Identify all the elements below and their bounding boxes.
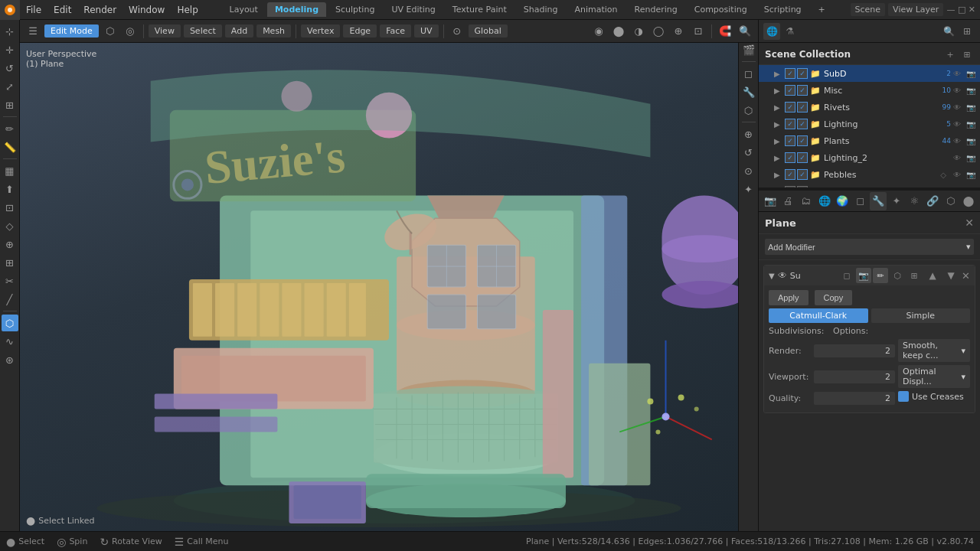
viewport-mode-icon[interactable]: ☰	[24, 23, 41, 40]
tab-sculpting[interactable]: Sculpting	[328, 2, 382, 17]
collection-item-rivets[interactable]: ▶ 📁 Rivets 99 👁 📷	[759, 99, 980, 116]
lighting2-hide-icon[interactable]: 👁	[951, 152, 963, 164]
menu-edit[interactable]: Edit	[47, 0, 77, 20]
tool-control-1[interactable]: ⊕	[740, 126, 757, 142]
subd-hide-icon[interactable]: 👁	[951, 67, 963, 80]
rph-scene-icon[interactable]: 🌐	[763, 23, 780, 40]
props-modifier-icon[interactable]: 🔧	[740, 83, 757, 100]
misc-cb2[interactable]	[797, 85, 808, 96]
tool-control-4[interactable]: ✦	[740, 181, 757, 197]
collection-item-misc[interactable]: ▶ 📁 Misc 10 👁 📷	[759, 82, 980, 99]
add-menu[interactable]: Add	[225, 24, 253, 37]
lighting-render-icon[interactable]: 📷	[965, 118, 977, 130]
edit-mode-dropdown[interactable]: Edit Mode	[44, 24, 99, 37]
view-layer-selector[interactable]: View Layer	[888, 3, 943, 16]
props-render-icon[interactable]: 🎬	[740, 41, 757, 58]
snap-icon[interactable]: 🧲	[717, 23, 733, 40]
rph-search-icon[interactable]: 🔍	[940, 23, 957, 40]
tool-inset[interactable]: ⊡	[2, 199, 18, 216]
collection-item-lighting2[interactable]: ▶ 📁 Lighting_2 👁 📷	[759, 149, 980, 166]
tab-animation[interactable]: Animation	[567, 2, 625, 17]
subd-checkbox2[interactable]	[797, 68, 808, 79]
plants-render-icon[interactable]: 📷	[965, 135, 977, 147]
prop-data-icon[interactable]: ⬡	[942, 192, 959, 210]
props-material-icon[interactable]: ⬡	[740, 102, 757, 119]
vertex-menu[interactable]: Vertex	[301, 24, 340, 37]
viewport-shading-1[interactable]: ◉	[590, 23, 607, 40]
tool-move[interactable]: ✛	[2, 41, 18, 58]
search-icon[interactable]: 🔍	[737, 23, 753, 40]
tool-bisect[interactable]: ╱	[2, 291, 18, 308]
viewport-shading-2[interactable]: ⬤	[610, 23, 627, 40]
pebbles-cb[interactable]	[785, 169, 795, 180]
pebbles-hide-icon[interactable]: 👁	[951, 168, 963, 181]
prop-world-icon[interactable]: 🌍	[834, 192, 851, 210]
rivets-hide-icon[interactable]: 👁	[951, 101, 963, 113]
plants-hide-icon[interactable]: 👁	[951, 135, 963, 147]
lighting-hide-icon[interactable]: 👁	[951, 118, 963, 130]
smooth-dropdown[interactable]: Smooth, keep c... ▾	[898, 339, 970, 362]
prop-particles-icon[interactable]: ✦	[888, 192, 905, 210]
uv-menu[interactable]: UV	[414, 24, 439, 37]
rivets-cb[interactable]	[785, 102, 795, 112]
collection-item-subd[interactable]: ▶ 📁 SubD 2 👁 📷	[759, 65, 980, 82]
lighting2-cb[interactable]	[785, 152, 795, 163]
collection-item-pebbles[interactable]: ▶ 📁 Pebbles ◇ 👁 📷	[759, 166, 980, 183]
modifier-close-btn[interactable]: ✕	[962, 270, 970, 282]
collection-item-bg[interactable]: 📁 BG 👁 📷	[759, 183, 980, 187]
misc-render-icon[interactable]: 📷	[965, 84, 977, 96]
viewport-display-icon[interactable]: ⬡	[102, 23, 119, 40]
tool-scale[interactable]: ⤢	[2, 78, 18, 95]
viewport-shading-4[interactable]: ◯	[650, 23, 667, 40]
viewport-shading-3[interactable]: ◑	[630, 23, 647, 40]
lighting-cb2[interactable]	[797, 119, 808, 129]
select-menu[interactable]: Select	[184, 24, 222, 37]
scene-selector[interactable]: Scene	[851, 3, 886, 16]
tool-loop-cut[interactable]: ⊕	[2, 236, 18, 253]
tool-extrude[interactable]: ⬆	[2, 181, 18, 197]
modifier-up-arrow[interactable]: ▲	[925, 268, 940, 283]
rivets-render-icon[interactable]: 📷	[965, 101, 977, 113]
tool-smooth[interactable]: ∿	[2, 333, 18, 350]
tool-measure[interactable]: 📏	[2, 139, 18, 155]
misc-hide-icon[interactable]: 👁	[951, 84, 963, 96]
sc-add-icon[interactable]: +	[943, 47, 957, 61]
props-object-icon[interactable]: ◻	[740, 65, 757, 82]
quality-value[interactable]: 2	[814, 392, 895, 405]
modifier-down-arrow[interactable]: ▼	[943, 268, 959, 283]
pebbles-render-icon[interactable]: 📷	[965, 168, 977, 181]
tool-randomize[interactable]: ⊛	[2, 351, 18, 368]
3d-viewport[interactable]: Suzie's	[20, 43, 758, 531]
lighting-cb[interactable]	[785, 119, 795, 129]
window-controls[interactable]: — □ ✕	[946, 5, 975, 15]
viewport-xray-toggle[interactable]: ⊡	[690, 23, 707, 40]
tab-rendering[interactable]: Rendering	[627, 2, 685, 17]
prop-scene-icon[interactable]: 📷	[762, 192, 779, 210]
transform-space[interactable]: Global	[469, 24, 508, 37]
modifier-visibility-icon[interactable]: 👁	[778, 270, 787, 281]
collection-item-lighting[interactable]: ▶ 📁 Lighting 5 👁 📷	[759, 116, 980, 132]
optimal-dropdown[interactable]: Optimal Displ... ▾	[898, 365, 970, 388]
bg-render-icon[interactable]: 📷	[965, 185, 977, 187]
add-modifier-button[interactable]: Add Modifier ▾	[765, 239, 974, 255]
modifier-collapse-icon[interactable]: ▼	[769, 272, 775, 280]
copy-button[interactable]: Copy	[815, 290, 853, 305]
mod-realtime-icon[interactable]: ◻	[839, 268, 854, 283]
pebbles-cb2[interactable]	[797, 169, 808, 180]
lighting2-cb2[interactable]	[797, 152, 808, 163]
tab-modeling[interactable]: Modeling	[267, 2, 326, 17]
menu-file[interactable]: File	[20, 0, 47, 20]
prop-material-icon[interactable]: ⬤	[960, 192, 977, 210]
bg-cb2[interactable]	[797, 186, 808, 187]
proportional-edit-icon[interactable]: ⊙	[449, 23, 466, 40]
tab-uv-editing[interactable]: UV Editing	[384, 2, 443, 17]
edge-menu[interactable]: Edge	[343, 24, 377, 37]
pebbles-special-icon[interactable]: ◇	[937, 168, 949, 181]
sc-filter-icon[interactable]: ⊞	[960, 47, 974, 61]
bg-hide-icon[interactable]: 👁	[951, 185, 963, 187]
tool-transform[interactable]: ⊞	[2, 96, 18, 113]
object-name-close-btn[interactable]: ✕	[965, 217, 974, 229]
subd-render-icon[interactable]: 📷	[965, 67, 977, 80]
rivets-cb2[interactable]	[797, 102, 808, 112]
tab-shading[interactable]: Shading	[516, 2, 566, 17]
